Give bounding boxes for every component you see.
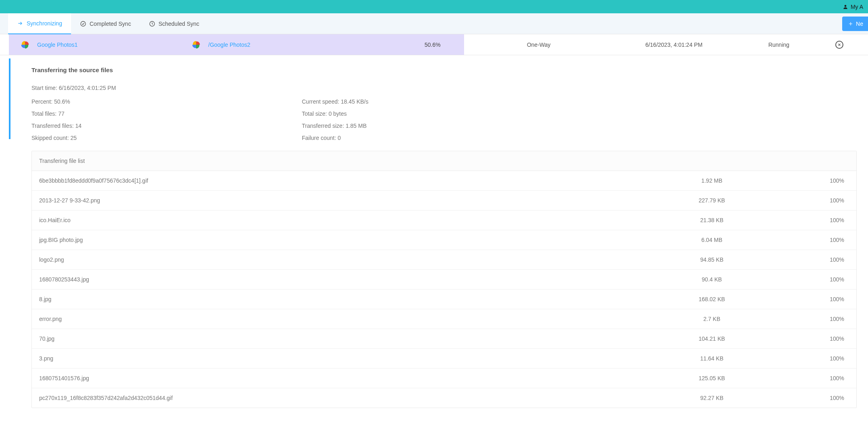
account-menu[interactable]: My A (843, 4, 863, 10)
google-photos-icon (190, 39, 202, 50)
file-size: 1.92 MB (655, 177, 768, 184)
stats-left-col: Percent50.6% Total files77 Transferred f… (31, 98, 286, 141)
file-name: 70.jpg (39, 335, 655, 342)
file-row: ico.HaiEr.ico21.38 KB100% (32, 210, 856, 230)
details-heading: Transferring the source files (31, 67, 858, 73)
destination-label: /Google Photos2 (208, 42, 250, 48)
file-name: 2013-12-27 9-33-42.png (39, 197, 655, 204)
stats-right-col: Current speed18.45 KB/s Total size0 byte… (302, 98, 556, 141)
file-row: 6be3bbbb1fd8eddd0f9a0f75676c3dc4[1].gif1… (32, 171, 856, 191)
file-progress: 100% (768, 355, 849, 362)
file-progress: 100% (768, 237, 849, 243)
new-task-button[interactable]: Ne (842, 17, 868, 31)
stat-transferred-size: Transferred size1.85 MB (302, 123, 556, 129)
file-row: error.png2.7 KB100% (32, 309, 856, 329)
stat-failure-count: Failure count0 (302, 135, 556, 141)
tabs-row: Synchronizing Completed Sync Scheduled S… (0, 13, 868, 34)
plus-icon (848, 21, 853, 27)
source-label: Google Photos1 (37, 42, 77, 48)
file-name: 8.jpg (39, 296, 655, 302)
file-name: error.png (39, 316, 655, 322)
file-progress: 100% (768, 375, 849, 381)
file-name: 1680780253443.jpg (39, 276, 655, 283)
tab-label: Scheduled Sync (159, 21, 199, 27)
file-progress: 100% (768, 177, 849, 184)
destination-cloud[interactable]: /Google Photos2 (190, 39, 376, 50)
task-direction: One-Way (464, 42, 613, 48)
file-size: 104.21 KB (655, 335, 768, 342)
file-size: 227.79 KB (655, 197, 768, 204)
file-size: 2.7 KB (655, 316, 768, 322)
file-size: 168.02 KB (655, 296, 768, 302)
google-photos-icon (19, 39, 31, 50)
task-meta: One-Way 6/16/2023, 4:01:24 PM Running (464, 34, 868, 55)
file-size: 21.38 KB (655, 217, 768, 223)
tab-synchronizing[interactable]: Synchronizing (8, 13, 71, 34)
source-cloud[interactable]: Google Photos1 (9, 39, 190, 50)
sync-arrow-icon (17, 20, 23, 27)
file-row: 1680751401576.jpg125.05 KB100% (32, 369, 856, 388)
file-progress: 100% (768, 296, 849, 302)
tab-label: Completed Sync (90, 21, 131, 27)
task-details-panel: Transferring the source files Start time… (0, 55, 868, 416)
file-name: logo2.png (39, 256, 655, 263)
file-row: pc270x119_16f8c8283f357d242afa2d432c051d… (32, 388, 856, 408)
row-left-strip (0, 34, 9, 55)
file-row: 2013-12-27 9-33-42.png227.79 KB100% (32, 191, 856, 210)
file-list-header: Transfering file list (32, 151, 856, 171)
file-row: 8.jpg168.02 KB100% (32, 289, 856, 309)
svg-point-1 (81, 21, 86, 26)
stat-total-size: Total size0 bytes (302, 110, 556, 117)
stat-start-time: Start time6/16/2023, 4:01:25 PM (31, 85, 858, 91)
user-icon (843, 4, 848, 10)
task-datetime: 6/16/2023, 4:01:24 PM (613, 42, 734, 48)
file-progress: 100% (768, 395, 849, 401)
top-bar: My A (0, 0, 868, 13)
task-sources-section: Google Photos1 /Google Photos2 50.6% (9, 34, 464, 55)
file-row: logo2.png94.85 KB100% (32, 250, 856, 270)
file-name: jpg.BIG photo.jpg (39, 237, 655, 243)
tab-completed-sync[interactable]: Completed Sync (71, 13, 140, 34)
file-size: 94.85 KB (655, 256, 768, 263)
file-row: 3.png11.64 KB100% (32, 349, 856, 369)
task-status: Running (734, 42, 823, 48)
task-row[interactable]: Google Photos1 /Google Photos2 50.6% One… (0, 34, 868, 55)
active-indicator-line (9, 58, 10, 139)
file-name: pc270x119_16f8c8283f357d242afa2d432c051d… (39, 395, 655, 401)
stat-skipped-count: Skipped count25 (31, 135, 286, 141)
svg-point-0 (845, 5, 847, 7)
file-progress: 100% (768, 217, 849, 223)
file-name: 3.png (39, 355, 655, 362)
stats-grid: Percent50.6% Total files77 Transferred f… (31, 98, 858, 141)
stat-percent: Percent50.6% (31, 98, 286, 105)
task-percent: 50.6% (376, 42, 457, 48)
file-progress: 100% (768, 256, 849, 263)
file-progress: 100% (768, 335, 849, 342)
file-name: ico.HaiEr.ico (39, 217, 655, 223)
file-size: 92.27 KB (655, 395, 768, 401)
stat-current-speed: Current speed18.45 KB/s (302, 98, 556, 105)
file-row: 1680780253443.jpg90.4 KB100% (32, 270, 856, 289)
file-size: 11.64 KB (655, 355, 768, 362)
file-progress: 100% (768, 276, 849, 283)
file-row: jpg.BIG photo.jpg6.04 MB100% (32, 230, 856, 250)
cancel-task-button[interactable] (835, 41, 843, 49)
file-row: 70.jpg104.21 KB100% (32, 329, 856, 349)
account-label: My A (851, 4, 863, 10)
file-name: 1680751401576.jpg (39, 375, 655, 381)
transferring-file-list: Transfering file list 6be3bbbb1fd8eddd0f… (31, 151, 857, 408)
stat-total-files: Total files77 (31, 110, 286, 117)
file-name: 6be3bbbb1fd8eddd0f9a0f75676c3dc4[1].gif (39, 177, 655, 184)
file-size: 6.04 MB (655, 237, 768, 243)
file-progress: 100% (768, 197, 849, 204)
check-circle-icon (80, 21, 86, 27)
clock-icon (149, 21, 155, 27)
file-progress: 100% (768, 316, 849, 322)
tab-label: Synchronizing (27, 20, 62, 27)
file-size: 125.05 KB (655, 375, 768, 381)
new-button-label: Ne (856, 21, 863, 27)
file-size: 90.4 KB (655, 276, 768, 283)
tab-scheduled-sync[interactable]: Scheduled Sync (140, 13, 208, 34)
stat-transferred-files: Transferred files14 (31, 123, 286, 129)
